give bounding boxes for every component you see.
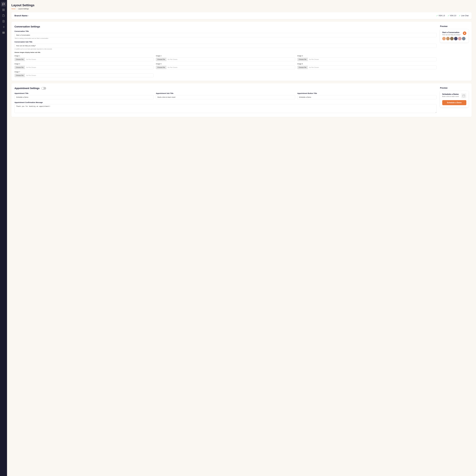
sidebar-icon-list1[interactable]: [1, 25, 6, 29]
appt-subtitle-field: Appointment Sub Title: [156, 92, 295, 99]
file-input-1[interactable]: Choose File No File Chosen: [15, 58, 154, 61]
image-label-2: Image 2: [156, 55, 295, 57]
appt-preview-card-title: Schedule a Demo: [442, 93, 459, 95]
breadcrumb-separator: -: [17, 8, 17, 10]
conversation-settings-card: Conversation Settings Conversation Title…: [11, 22, 472, 81]
file-chosen-text-6: No File Chosen: [308, 66, 320, 69]
conversation-preview-card: Start a Conversation How can we help you…: [440, 29, 469, 43]
svg-rect-17: [2, 33, 4, 34]
choose-file-btn-1[interactable]: Choose File: [15, 58, 25, 61]
file-input-3[interactable]: Choose File No File Chosen: [297, 58, 437, 61]
sidebar-icon-list2[interactable]: [1, 30, 6, 35]
appt-button-input[interactable]: [297, 95, 437, 99]
image-field-1: Image 1 Choose File No File Chosen: [15, 55, 154, 61]
appointment-fields-row: Appointment Title Appointment Sub Title …: [15, 92, 437, 99]
image-label-7: Image 7: [15, 71, 154, 73]
svg-rect-4: [4, 9, 4, 10]
conversation-subtitle-label: Conversatoin Sub Title: [15, 41, 437, 43]
play-button[interactable]: [463, 32, 466, 35]
image-field-4: Image 4 Choose File No File Chosen: [15, 63, 154, 69]
choose-file-btn-5[interactable]: Choose File: [156, 66, 166, 69]
conv-preview-title: Start a Conversation: [442, 32, 466, 34]
main-content: Layout Settings Home - Layout Settings B…: [7, 0, 476, 476]
choose-file-btn-4[interactable]: Choose File: [15, 66, 25, 69]
human-images-note: Human images display below sub title.: [15, 51, 437, 53]
badge-label-vsa2: VSA 2.0: [450, 15, 456, 17]
image-field-3: Image 3 Choose File No File Chosen: [297, 55, 437, 61]
conversation-title-label: Conversation Title: [15, 30, 437, 32]
badge-label-livechat: Live Chat: [461, 15, 469, 17]
image-field-5: Image 5 Choose File No File Chosen: [156, 63, 295, 69]
appt-confirmation-input[interactable]: [15, 104, 437, 113]
choose-file-btn-7[interactable]: Choose File: [15, 74, 25, 77]
avatar-row: [442, 37, 466, 40]
appointment-toggle[interactable]: [41, 87, 46, 90]
file-input-4[interactable]: Choose File No File Chosen: [15, 66, 154, 69]
branch-badge-livechat: ✓ Live Chat: [459, 15, 469, 17]
file-input-2[interactable]: Choose File No File Chosen: [156, 58, 295, 61]
conversation-preview-title: Preview: [440, 25, 469, 28]
page-title: Layout Settings: [11, 3, 472, 7]
appt-button-field: Appointment Button Title: [297, 92, 437, 99]
conversation-title-input[interactable]: [15, 33, 437, 37]
avatar-6: [462, 37, 465, 40]
file-chosen-text-7: No File Chosen: [25, 74, 37, 77]
branch-badges: ✓ VSA 1.0 ✓ VSA 2.0 ✓ Live Chat: [436, 15, 469, 17]
image-label-3: Image 3: [297, 55, 437, 57]
check-icon-livechat: ✓: [459, 15, 460, 17]
image-label-5: Image 5: [156, 63, 295, 65]
conv-preview-subtitle: How can we help you today?: [442, 34, 466, 35]
file-input-5[interactable]: Choose File No File Chosen: [156, 66, 295, 69]
appointment-layout: Appointment Settings Appointment Title A…: [15, 87, 469, 113]
appt-schedule-button[interactable]: Schedule a Demo: [442, 100, 466, 105]
svg-rect-5: [2, 10, 3, 11]
image-field-7: Image 7 Choose File No File Chosen: [15, 71, 154, 77]
sidebar-icon-doc2[interactable]: [1, 19, 6, 24]
appt-preview-header: Schedule a Demo Book a time to learn mor…: [442, 93, 466, 98]
appointment-section-title: Appointment Settings: [15, 87, 40, 90]
appt-title-input[interactable]: [15, 95, 154, 99]
appt-subtitle-input[interactable]: [156, 95, 295, 99]
appointment-preview-section: Preview Schedule a Demo Book a time to l…: [440, 87, 469, 113]
avatar-2: [446, 37, 450, 40]
sidebar-icon-chat[interactable]: [1, 2, 6, 7]
choose-file-btn-6[interactable]: Choose File: [297, 66, 308, 69]
check-icon-vsa2: ✓: [448, 15, 449, 17]
file-input-7[interactable]: Choose File No File Chosen: [15, 74, 154, 77]
check-icon-vsa1: ✓: [436, 15, 438, 17]
badge-label-vsa1: VSA 1.0: [439, 15, 445, 17]
conversation-preview-section: Preview Start a Conversation How can we …: [440, 25, 469, 77]
file-chosen-text-5: No File Chosen: [166, 66, 179, 69]
svg-rect-16: [2, 33, 4, 33]
file-chosen-text-1: No File Chosen: [25, 58, 37, 61]
svg-rect-1: [3, 4, 4, 4]
conversation-subtitle-input[interactable]: [15, 44, 437, 48]
choose-file-btn-2[interactable]: Choose File: [156, 58, 166, 61]
svg-rect-3: [2, 9, 3, 10]
file-chosen-text-2: No File Chosen: [166, 58, 179, 61]
sidebar-icon-grid[interactable]: [1, 7, 6, 12]
svg-rect-18: [463, 95, 465, 97]
file-chosen-text-3: No File Chosen: [308, 58, 320, 61]
image-grid: Image 1 Choose File No File Chosen Image…: [15, 55, 437, 77]
conversation-main: Conversation Settings Conversation Title…: [15, 25, 437, 77]
appointment-main: Appointment Settings Appointment Title A…: [15, 87, 437, 113]
branch-card: Branch Name:- ✓ VSA 1.0 ✓ VSA 2.0 ✓ Live…: [11, 12, 472, 19]
sidebar: [0, 0, 7, 476]
appt-preview-card-subtitle: Book a time to learn more!: [442, 96, 459, 97]
image-label-1: Image 1: [15, 55, 154, 57]
branch-name-label: Branch Name:-: [15, 15, 29, 17]
avatar-4: [454, 37, 458, 40]
svg-rect-0: [3, 4, 3, 4]
choose-file-btn-3[interactable]: Choose File: [297, 58, 308, 61]
file-input-6[interactable]: Choose File No File Chosen: [297, 66, 437, 69]
conversation-layout: Conversation Settings Conversation Title…: [15, 25, 469, 77]
breadcrumb-home[interactable]: Home: [11, 8, 16, 10]
appointment-settings-card: Appointment Settings Appointment Title A…: [11, 83, 472, 117]
image-field-2: Image 2 Choose File No File Chosen: [156, 55, 295, 61]
appt-title-label: Appointment Title: [15, 92, 154, 94]
avatar-1: [442, 37, 446, 40]
avatar-3: [450, 37, 454, 40]
appt-subtitle-label: Appointment Sub Title: [156, 92, 295, 94]
sidebar-icon-doc1[interactable]: [1, 13, 6, 18]
